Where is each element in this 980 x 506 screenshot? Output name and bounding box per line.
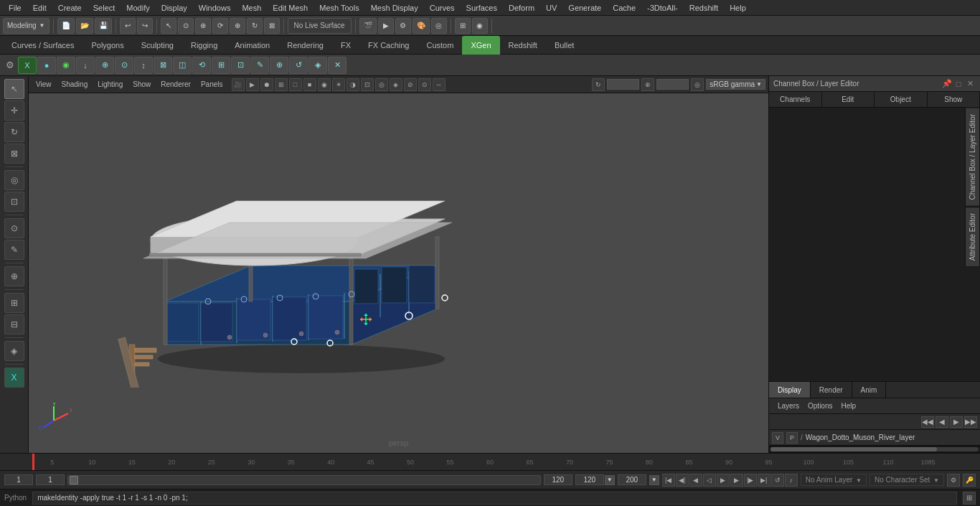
menu-edit[interactable]: Edit xyxy=(27,2,52,14)
xgen-settings-icon[interactable]: ⚙ xyxy=(3,57,17,74)
viewport-render-btn[interactable]: ◎ xyxy=(431,18,447,34)
mel-command-input[interactable] xyxy=(32,492,957,505)
new-file-btn[interactable]: 📄 xyxy=(57,18,75,34)
vp-ao-btn[interactable]: ◎ xyxy=(375,78,388,91)
range-end-input[interactable] xyxy=(544,474,573,485)
vp-shading2-btn[interactable]: ◑ xyxy=(347,78,359,91)
redo-btn[interactable]: ↪ xyxy=(137,18,153,34)
object-tab[interactable]: Object xyxy=(875,92,928,107)
play-fwd-btn[interactable]: ▶ xyxy=(717,474,730,487)
status-icon[interactable]: ⊞ xyxy=(963,492,976,505)
lighting-menu[interactable]: Lighting xyxy=(93,79,127,90)
max-range-input[interactable] xyxy=(618,474,646,485)
vp-isolate-btn[interactable]: ⊙ xyxy=(418,78,431,91)
display-tab-render[interactable]: Render xyxy=(811,382,852,398)
menu-file[interactable]: File xyxy=(3,2,27,14)
vp-texture-btn[interactable]: ⊡ xyxy=(361,78,374,91)
transform-btn[interactable]: ⟳ xyxy=(212,18,228,34)
layout-btn[interactable]: ⊟ xyxy=(4,314,24,334)
max-range-toggle[interactable]: ▼ xyxy=(649,475,659,485)
tab-fx[interactable]: FX xyxy=(332,36,359,55)
vp-ssr-btn[interactable]: ◈ xyxy=(390,78,402,91)
step-fwd-btn[interactable]: ▶ xyxy=(730,474,743,487)
workspace-selector[interactable]: Modeling ▼ xyxy=(3,18,50,34)
tab-fx-caching[interactable]: FX Caching xyxy=(359,36,418,55)
render-btn[interactable]: 🎬 xyxy=(359,18,377,34)
rotate-btn[interactable]: ↻ xyxy=(247,18,263,34)
channels-tab[interactable]: Channels xyxy=(769,92,822,107)
scale-mode-btn[interactable]: ⊠ xyxy=(4,144,24,164)
menu-edit-mesh[interactable]: Edit Mesh xyxy=(267,2,314,14)
save-file-btn[interactable]: 💾 xyxy=(95,18,112,34)
vp-rotation-input[interactable]: 0.00 xyxy=(607,79,639,90)
menu-curves[interactable]: Curves xyxy=(424,2,461,14)
panel-expand-btn[interactable]: □ xyxy=(953,78,964,90)
menu-deform[interactable]: Deform xyxy=(503,2,540,14)
attribute-editor-edge-tab[interactable]: Attribute Editor xyxy=(965,207,980,267)
menu-mesh-display[interactable]: Mesh Display xyxy=(365,2,424,14)
xgen-btn-12[interactable]: ⊡ xyxy=(231,57,250,74)
menu-mesh[interactable]: Mesh xyxy=(236,2,267,14)
move-mode-btn[interactable]: ✛ xyxy=(4,100,24,121)
xgen-btn-6[interactable]: ⊙ xyxy=(115,57,133,74)
xgen-btn-13[interactable]: ✎ xyxy=(250,57,269,74)
xgen-btn-1[interactable]: X xyxy=(18,57,37,74)
menu-windows[interactable]: Windows xyxy=(193,2,237,14)
tab-polygons[interactable]: Polygons xyxy=(83,36,132,55)
menu-redshift[interactable]: Redshift xyxy=(684,2,724,14)
show-manipulator-btn[interactable]: ⊕ xyxy=(4,266,24,286)
vp-toggle-btn[interactable]: ↔ xyxy=(433,78,446,91)
xgen-btn-11[interactable]: ⊞ xyxy=(212,57,230,74)
step-back-btn[interactable]: ◀ xyxy=(689,474,702,487)
tab-rendering[interactable]: Rendering xyxy=(278,36,332,55)
color-picker-btn[interactable]: 🎨 xyxy=(413,18,430,34)
vp-film-btn[interactable]: ▶ xyxy=(246,78,259,91)
xgen-btn-16[interactable]: ◈ xyxy=(308,57,327,74)
timeline-area[interactable]: 5 10 15 20 25 30 35 40 45 50 55 60 65 70… xyxy=(0,453,980,470)
viewport-canvas[interactable]: X Y Z persp xyxy=(29,93,768,453)
menu-surfaces[interactable]: Surfaces xyxy=(461,2,503,14)
vp-color-mode-icon[interactable]: ◎ xyxy=(691,78,704,91)
start-frame-input[interactable] xyxy=(36,474,65,485)
xgen-tool-btn[interactable]: X xyxy=(4,367,24,388)
layer-placeholder-btn[interactable]: P xyxy=(786,432,798,444)
live-surface-btn[interactable]: No Live Surface xyxy=(288,18,352,34)
vp-xray-btn[interactable]: ⊘ xyxy=(404,78,417,91)
end-frame-input[interactable] xyxy=(575,474,604,485)
xgen-btn-15[interactable]: ↺ xyxy=(289,57,308,74)
channel-box-edge-tab[interactable]: Channel Box / Layer Editor xyxy=(965,108,980,207)
vp-solid-btn[interactable]: ■ xyxy=(303,78,316,91)
tab-curves-surfaces[interactable]: Curves / Surfaces xyxy=(3,36,83,55)
menu-generate[interactable]: Generate xyxy=(562,2,607,14)
no-char-set-label[interactable]: No Character Set ▼ xyxy=(870,474,944,486)
display-tab-display[interactable]: Display xyxy=(769,382,811,398)
audio-btn[interactable]: ♪ xyxy=(785,474,798,487)
timeline-scrubber[interactable] xyxy=(67,475,541,485)
paint-btn[interactable]: ⊕ xyxy=(195,18,211,34)
render-settings-btn[interactable]: ⚙ xyxy=(395,18,411,34)
soft-select-btn[interactable]: ◎ xyxy=(4,170,24,190)
rotate-mode-btn[interactable]: ↻ xyxy=(4,122,24,142)
paint-select-btn[interactable]: ✎ xyxy=(4,240,24,260)
show-menu[interactable]: Show xyxy=(128,79,155,90)
xgen-btn-9[interactable]: ◫ xyxy=(173,57,192,74)
loop-btn[interactable]: ↺ xyxy=(771,474,784,487)
render-region-btn[interactable]: ◈ xyxy=(4,341,24,361)
panel-pin-btn[interactable]: 📌 xyxy=(941,78,953,90)
vp-record-btn[interactable]: ⏺ xyxy=(260,78,273,91)
show-tab[interactable]: Show xyxy=(928,92,981,107)
lasso-btn[interactable]: ⊙ xyxy=(178,18,194,34)
snap-surface-btn[interactable]: ◉ xyxy=(472,18,488,34)
extra-settings-btn[interactable]: ⚙ xyxy=(947,474,960,487)
go-start-btn[interactable]: |◀ xyxy=(662,474,675,487)
vp-wireframe-btn[interactable]: □ xyxy=(289,78,302,91)
menu-modify[interactable]: Modify xyxy=(121,2,155,14)
grid-display-btn[interactable]: ⊞ xyxy=(4,293,24,313)
xgen-btn-14[interactable]: ⊕ xyxy=(270,57,288,74)
shading-menu[interactable]: Shading xyxy=(57,79,93,90)
layers-menu-layers[interactable]: Layers xyxy=(773,400,804,411)
ipr-btn[interactable]: ▶ xyxy=(378,18,394,34)
menu-cache[interactable]: Cache xyxy=(607,2,641,14)
open-file-btn[interactable]: 📂 xyxy=(76,18,93,34)
layers-menu-options[interactable]: Options xyxy=(804,400,837,411)
